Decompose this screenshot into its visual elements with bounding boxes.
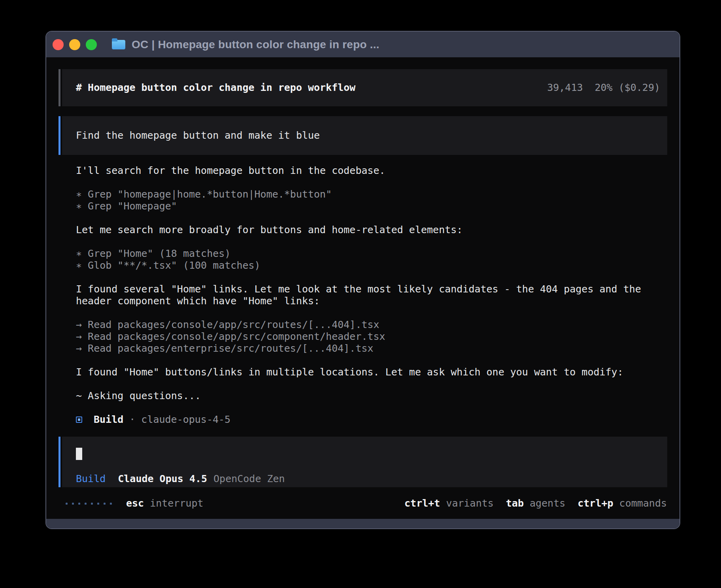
- status-bar-right: ctrl+t variants tab agents ctrl+p comman…: [404, 498, 667, 509]
- tab-key-hint: tab: [506, 498, 524, 509]
- window-bottom-bar: [46, 519, 679, 528]
- assistant-text: Let me search more broadly for buttons a…: [76, 224, 679, 236]
- fullscreen-button[interactable]: [86, 39, 97, 50]
- assistant-text: I found several "Home" links. Let me loo…: [76, 283, 679, 295]
- agent-status-line: Build · claude-opus-4-5: [76, 414, 679, 426]
- text-cursor: [76, 448, 82, 460]
- assistant-text: I found "Home" buttons/links in multiple…: [76, 366, 679, 378]
- ctrl-p-key-hint: ctrl+p: [578, 498, 613, 509]
- assistant-message: I'll search for the homepage button in t…: [76, 165, 679, 177]
- token-count: 39,413: [547, 82, 583, 93]
- shortcut-agents: tab agents: [506, 498, 565, 509]
- window-titlebar[interactable]: OC | Homepage button color change in rep…: [46, 32, 679, 57]
- session-title: # Homepage button color change in repo w…: [76, 82, 355, 94]
- agent-mode-label[interactable]: Build: [76, 473, 106, 485]
- user-message-text: Find the homepage button and make it blu…: [76, 130, 320, 141]
- close-button[interactable]: [53, 39, 64, 50]
- read-tool-call: → Read packages/enterprise/src/routes/[.…: [76, 343, 679, 354]
- session-stats: 39,41320%($0.29): [547, 82, 660, 94]
- minimize-button[interactable]: [69, 39, 80, 50]
- tool-call-group: → Read packages/console/app/src/routes/[…: [76, 319, 679, 354]
- agent-name: Build: [94, 414, 123, 426]
- assistant-text: header component which have "Home" links…: [76, 295, 679, 307]
- grep-tool-call: ∗ Grep "Homepage": [76, 200, 679, 212]
- conversation-log: I'll search for the homepage button in t…: [46, 155, 679, 426]
- variants-label: variants: [446, 498, 493, 509]
- session-cost: ($0.29): [619, 82, 660, 93]
- spinner-dots: [66, 503, 112, 505]
- spinner-dot: [91, 503, 93, 505]
- interrupt-label: interrupt: [150, 498, 203, 509]
- prompt-input[interactable]: Build Claude Opus 4.5 OpenCode Zen: [62, 437, 667, 487]
- folder-icon: [112, 40, 125, 49]
- terminal-content[interactable]: # Homepage button color change in repo w…: [46, 57, 679, 519]
- spinner-dot: [97, 503, 99, 505]
- agents-label: agents: [530, 498, 565, 509]
- provider-name: OpenCode Zen: [213, 473, 285, 485]
- model-name[interactable]: Claude Opus 4.5: [118, 473, 207, 485]
- assistant-message: Let me search more broadly for buttons a…: [76, 224, 679, 236]
- tool-call-group: ∗ Grep "homepage|home.*button|Home.*butt…: [76, 188, 679, 212]
- grep-tool-call: ∗ Grep "Home" (18 matches): [76, 248, 679, 260]
- agent-model: claude-opus-4-5: [141, 414, 230, 426]
- window-title: OC | Homepage button color change in rep…: [132, 38, 379, 51]
- commands-label: commands: [619, 498, 667, 509]
- session-header: # Homepage button color change in repo w…: [62, 69, 667, 106]
- build-agent-icon: [76, 416, 82, 423]
- read-tool-call: → Read packages/console/app/src/componen…: [76, 331, 679, 343]
- assistant-status: ~ Asking questions...: [76, 390, 679, 402]
- status-bar-left: esc interrupt: [66, 498, 204, 509]
- spinner-dot: [78, 503, 80, 505]
- spinner-dot: [72, 503, 74, 505]
- user-message: Find the homepage button and make it blu…: [62, 116, 667, 155]
- status-bar: esc interrupt ctrl+t variants tab agents…: [66, 498, 667, 509]
- spinner-dot: [66, 503, 68, 505]
- shortcut-commands: ctrl+p commands: [578, 498, 667, 509]
- separator-dot: ·: [129, 414, 135, 426]
- spinner-dot: [110, 503, 112, 505]
- grep-tool-call: ∗ Grep "homepage|home.*button|Home.*butt…: [76, 188, 679, 200]
- asking-questions-status: ~ Asking questions...: [76, 390, 679, 402]
- esc-key-hint: esc: [126, 498, 144, 509]
- ctrl-t-key-hint: ctrl+t: [404, 498, 440, 509]
- assistant-message: I found several "Home" links. Let me loo…: [76, 283, 679, 307]
- tool-call-group: ∗ Grep "Home" (18 matches) ∗ Glob "**/*.…: [76, 248, 679, 271]
- assistant-text: I'll search for the homepage button in t…: [76, 165, 679, 177]
- context-percent: 20%: [595, 82, 612, 93]
- shortcut-variants: ctrl+t variants: [404, 498, 494, 509]
- assistant-message: I found "Home" buttons/links in multiple…: [76, 366, 679, 378]
- spinner-dot: [104, 503, 106, 505]
- glob-tool-call: ∗ Glob "**/*.tsx" (100 matches): [76, 260, 679, 271]
- terminal-window: OC | Homepage button color change in rep…: [45, 31, 680, 529]
- input-status-row: Build Claude Opus 4.5 OpenCode Zen: [76, 473, 667, 485]
- read-tool-call: → Read packages/console/app/src/routes/[…: [76, 319, 679, 331]
- spinner-dot: [85, 503, 87, 505]
